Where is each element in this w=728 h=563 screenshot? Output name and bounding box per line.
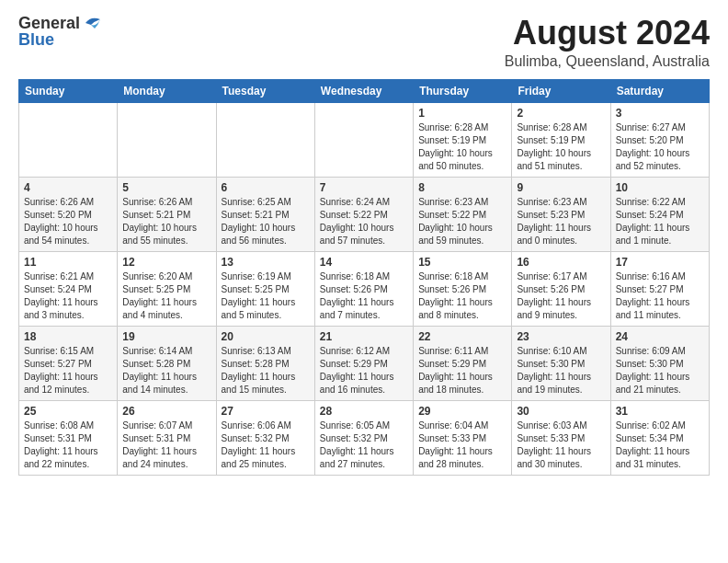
day-number: 11 bbox=[24, 256, 112, 269]
day-info: Sunrise: 6:20 AMSunset: 5:25 PMDaylight:… bbox=[122, 270, 210, 322]
logo-general: General bbox=[18, 15, 80, 31]
day-info: Sunrise: 6:10 AMSunset: 5:30 PMDaylight:… bbox=[517, 345, 605, 396]
day-info: Sunrise: 6:08 AMSunset: 5:31 PMDaylight:… bbox=[24, 419, 112, 471]
day-info: Sunrise: 6:25 AMSunset: 5:21 PMDaylight:… bbox=[222, 196, 310, 247]
day-info: Sunrise: 6:15 AMSunset: 5:27 PMDaylight:… bbox=[24, 345, 112, 396]
calendar-cell: 16Sunrise: 6:17 AMSunset: 5:26 PMDayligh… bbox=[512, 251, 610, 326]
day-number: 20 bbox=[222, 330, 310, 343]
calendar-cell bbox=[216, 102, 314, 177]
day-info: Sunrise: 6:06 AMSunset: 5:32 PMDaylight:… bbox=[222, 419, 310, 471]
calendar-cell bbox=[314, 102, 413, 177]
day-number: 1 bbox=[418, 107, 506, 120]
day-number: 21 bbox=[320, 330, 408, 343]
day-info: Sunrise: 6:23 AMSunset: 5:23 PMDaylight:… bbox=[517, 196, 605, 247]
day-number: 24 bbox=[616, 330, 704, 343]
day-info: Sunrise: 6:19 AMSunset: 5:25 PMDaylight:… bbox=[222, 270, 310, 322]
day-info: Sunrise: 6:14 AMSunset: 5:28 PMDaylight:… bbox=[122, 345, 210, 396]
weekday-header: Wednesday bbox=[314, 79, 413, 102]
day-info: Sunrise: 6:16 AMSunset: 5:27 PMDaylight:… bbox=[616, 270, 704, 322]
day-number: 17 bbox=[616, 256, 704, 269]
calendar-cell: 7Sunrise: 6:24 AMSunset: 5:22 PMDaylight… bbox=[314, 177, 413, 251]
calendar-cell: 1Sunrise: 6:28 AMSunset: 5:19 PMDaylight… bbox=[414, 102, 512, 177]
calendar-cell: 2Sunrise: 6:28 AMSunset: 5:19 PMDaylight… bbox=[512, 102, 610, 177]
calendar-cell: 24Sunrise: 6:09 AMSunset: 5:30 PMDayligh… bbox=[610, 326, 709, 400]
day-number: 12 bbox=[122, 256, 210, 269]
day-info: Sunrise: 6:26 AMSunset: 5:21 PMDaylight:… bbox=[122, 196, 210, 247]
day-info: Sunrise: 6:28 AMSunset: 5:19 PMDaylight:… bbox=[517, 121, 605, 173]
logo-bird-icon bbox=[82, 16, 104, 30]
calendar-cell: 11Sunrise: 6:21 AMSunset: 5:24 PMDayligh… bbox=[19, 251, 118, 326]
day-info: Sunrise: 6:12 AMSunset: 5:29 PMDaylight:… bbox=[320, 345, 408, 396]
day-info: Sunrise: 6:13 AMSunset: 5:28 PMDaylight:… bbox=[222, 345, 310, 396]
weekday-header: Saturday bbox=[610, 79, 709, 102]
day-info: Sunrise: 6:22 AMSunset: 5:24 PMDaylight:… bbox=[616, 196, 704, 247]
calendar-table: SundayMondayTuesdayWednesdayThursdayFrid… bbox=[18, 79, 710, 476]
day-info: Sunrise: 6:02 AMSunset: 5:34 PMDaylight:… bbox=[616, 419, 704, 471]
calendar-cell: 30Sunrise: 6:03 AMSunset: 5:33 PMDayligh… bbox=[512, 400, 610, 475]
day-number: 31 bbox=[616, 405, 704, 418]
day-info: Sunrise: 6:11 AMSunset: 5:29 PMDaylight:… bbox=[418, 345, 506, 396]
day-number: 10 bbox=[616, 181, 704, 194]
calendar-cell: 14Sunrise: 6:18 AMSunset: 5:26 PMDayligh… bbox=[314, 251, 413, 326]
logo: General Blue bbox=[18, 15, 104, 48]
day-number: 19 bbox=[122, 330, 210, 343]
day-number: 5 bbox=[122, 181, 210, 194]
day-number: 8 bbox=[418, 181, 506, 194]
calendar-cell bbox=[118, 102, 216, 177]
calendar-cell: 10Sunrise: 6:22 AMSunset: 5:24 PMDayligh… bbox=[610, 177, 709, 251]
day-info: Sunrise: 6:04 AMSunset: 5:33 PMDaylight:… bbox=[418, 419, 506, 471]
logo-blue: Blue bbox=[18, 31, 54, 48]
calendar-cell: 25Sunrise: 6:08 AMSunset: 5:31 PMDayligh… bbox=[19, 400, 118, 475]
calendar-week-row: 1Sunrise: 6:28 AMSunset: 5:19 PMDaylight… bbox=[19, 102, 710, 177]
day-number: 2 bbox=[517, 107, 605, 120]
day-number: 15 bbox=[418, 256, 506, 269]
day-info: Sunrise: 6:05 AMSunset: 5:32 PMDaylight:… bbox=[320, 419, 408, 471]
calendar-cell: 26Sunrise: 6:07 AMSunset: 5:31 PMDayligh… bbox=[118, 400, 216, 475]
day-number: 26 bbox=[122, 405, 210, 418]
day-info: Sunrise: 6:21 AMSunset: 5:24 PMDaylight:… bbox=[24, 270, 112, 322]
calendar-cell: 28Sunrise: 6:05 AMSunset: 5:32 PMDayligh… bbox=[314, 400, 413, 475]
day-number: 9 bbox=[517, 181, 605, 194]
calendar-cell: 15Sunrise: 6:18 AMSunset: 5:26 PMDayligh… bbox=[414, 251, 512, 326]
calendar-week-row: 18Sunrise: 6:15 AMSunset: 5:27 PMDayligh… bbox=[19, 326, 710, 400]
day-number: 16 bbox=[517, 256, 605, 269]
calendar-cell: 19Sunrise: 6:14 AMSunset: 5:28 PMDayligh… bbox=[118, 326, 216, 400]
day-number: 27 bbox=[222, 405, 310, 418]
day-number: 23 bbox=[517, 330, 605, 343]
calendar-cell: 23Sunrise: 6:10 AMSunset: 5:30 PMDayligh… bbox=[512, 326, 610, 400]
weekday-header: Tuesday bbox=[216, 79, 314, 102]
day-number: 7 bbox=[320, 181, 408, 194]
calendar-cell: 17Sunrise: 6:16 AMSunset: 5:27 PMDayligh… bbox=[610, 251, 709, 326]
day-number: 14 bbox=[320, 256, 408, 269]
calendar-cell: 21Sunrise: 6:12 AMSunset: 5:29 PMDayligh… bbox=[314, 326, 413, 400]
day-number: 3 bbox=[616, 107, 704, 120]
header-row: SundayMondayTuesdayWednesdayThursdayFrid… bbox=[19, 79, 710, 102]
day-number: 28 bbox=[320, 405, 408, 418]
day-info: Sunrise: 6:26 AMSunset: 5:20 PMDaylight:… bbox=[24, 196, 112, 247]
calendar-cell bbox=[19, 102, 118, 177]
calendar-subtitle: Bulimba, Queensland, Australia bbox=[505, 53, 710, 70]
weekday-header: Sunday bbox=[19, 79, 118, 102]
calendar-cell: 18Sunrise: 6:15 AMSunset: 5:27 PMDayligh… bbox=[19, 326, 118, 400]
day-number: 25 bbox=[24, 405, 112, 418]
day-number: 4 bbox=[24, 181, 112, 194]
title-area: August 2024 Bulimba, Queensland, Austral… bbox=[505, 15, 710, 70]
day-info: Sunrise: 6:03 AMSunset: 5:33 PMDaylight:… bbox=[517, 419, 605, 471]
calendar-cell: 9Sunrise: 6:23 AMSunset: 5:23 PMDaylight… bbox=[512, 177, 610, 251]
weekday-header: Friday bbox=[512, 79, 610, 102]
day-info: Sunrise: 6:27 AMSunset: 5:20 PMDaylight:… bbox=[616, 121, 704, 173]
day-info: Sunrise: 6:23 AMSunset: 5:22 PMDaylight:… bbox=[418, 196, 506, 247]
weekday-header: Thursday bbox=[414, 79, 512, 102]
calendar-cell: 6Sunrise: 6:25 AMSunset: 5:21 PMDaylight… bbox=[216, 177, 314, 251]
day-info: Sunrise: 6:17 AMSunset: 5:26 PMDaylight:… bbox=[517, 270, 605, 322]
calendar-cell: 29Sunrise: 6:04 AMSunset: 5:33 PMDayligh… bbox=[414, 400, 512, 475]
day-info: Sunrise: 6:07 AMSunset: 5:31 PMDaylight:… bbox=[122, 419, 210, 471]
calendar-week-row: 4Sunrise: 6:26 AMSunset: 5:20 PMDaylight… bbox=[19, 177, 710, 251]
calendar-cell: 13Sunrise: 6:19 AMSunset: 5:25 PMDayligh… bbox=[216, 251, 314, 326]
day-info: Sunrise: 6:28 AMSunset: 5:19 PMDaylight:… bbox=[418, 121, 506, 173]
day-info: Sunrise: 6:18 AMSunset: 5:26 PMDaylight:… bbox=[320, 270, 408, 322]
day-number: 13 bbox=[222, 256, 310, 269]
day-info: Sunrise: 6:09 AMSunset: 5:30 PMDaylight:… bbox=[616, 345, 704, 396]
day-number: 29 bbox=[418, 405, 506, 418]
calendar-cell: 20Sunrise: 6:13 AMSunset: 5:28 PMDayligh… bbox=[216, 326, 314, 400]
